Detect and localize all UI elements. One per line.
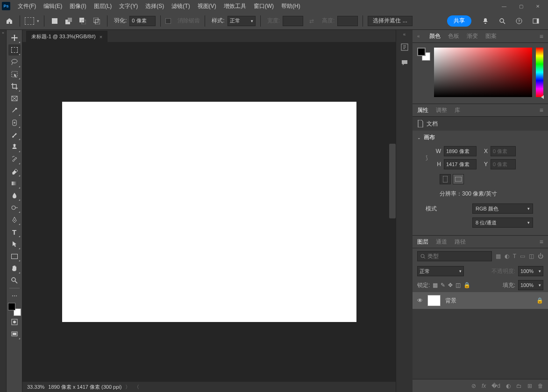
width-value-input[interactable] <box>444 146 477 156</box>
crop-tool[interactable] <box>8 81 21 92</box>
eyedropper-tool[interactable] <box>8 105 21 116</box>
selection-add-icon[interactable] <box>63 15 74 27</box>
fx-icon[interactable]: fx <box>482 383 486 389</box>
brush-tool[interactable] <box>8 129 21 140</box>
history-brush-tool[interactable] <box>8 154 21 165</box>
tab-adjustments[interactable]: 调整 <box>436 106 447 114</box>
frame-tool[interactable] <box>8 93 21 104</box>
lock-paint-icon[interactable]: ✎ <box>441 282 445 288</box>
filter-adjust-icon[interactable]: ◐ <box>505 253 509 259</box>
new-layer-icon[interactable]: ⊞ <box>527 383 532 389</box>
opacity-input[interactable]: 100%▾ <box>518 266 543 276</box>
hand-tool[interactable] <box>8 263 21 274</box>
tab-channels[interactable]: 通道 <box>436 238 447 246</box>
color-fg-bg[interactable] <box>417 48 430 61</box>
tab-paths[interactable]: 路径 <box>455 238 466 246</box>
eraser-tool[interactable] <box>8 166 21 177</box>
selection-intersect-icon[interactable] <box>91 15 102 27</box>
status-chevron-icon[interactable]: 〉 <box>125 384 130 391</box>
tab-properties[interactable]: 属性 <box>417 106 428 114</box>
fill-input[interactable]: 100%▾ <box>518 280 543 290</box>
share-button[interactable]: 共享 <box>447 15 471 27</box>
screenmode-toggle[interactable] <box>8 329 21 340</box>
link-layers-icon[interactable]: ⊘ <box>471 383 476 389</box>
status-chevron-icon[interactable]: 〈 <box>134 384 139 391</box>
toolbox-collapse[interactable]: » <box>0 30 7 392</box>
maximize-button[interactable]: ▢ <box>512 2 529 10</box>
menu-layer[interactable]: 图层(L) <box>90 0 116 12</box>
marquee-tool-indicator[interactable] <box>25 17 34 25</box>
gradient-tool[interactable] <box>8 178 21 189</box>
layer-row[interactable]: 👁 背景 🔒 <box>413 292 548 309</box>
layer-name[interactable]: 背景 <box>445 297 456 305</box>
portrait-button[interactable] <box>440 174 451 184</box>
menu-image[interactable]: 图像(I) <box>66 0 90 12</box>
menu-view[interactable]: 视图(V) <box>194 0 220 12</box>
collapse-icon[interactable]: « <box>403 32 406 37</box>
lock-icon[interactable]: 🔒 <box>536 297 543 304</box>
style-select[interactable]: 正常▾ <box>228 16 256 26</box>
canvas-section-toggle[interactable]: ⌄ 画布 <box>413 131 548 144</box>
panel-menu-icon[interactable]: ≡ <box>540 106 543 114</box>
visibility-toggle-icon[interactable]: 👁 <box>417 297 423 304</box>
doc-dimensions[interactable]: 1890 像素 x 1417 像素 (300 ppi) <box>48 384 121 391</box>
pen-tool[interactable] <box>8 214 21 225</box>
layer-kind-filter[interactable]: 类型 <box>417 251 492 261</box>
color-mode-select[interactable]: RGB 颜色▾ <box>472 203 533 214</box>
menu-window[interactable]: 窗口(W) <box>250 0 278 12</box>
object-select-tool[interactable] <box>8 69 21 80</box>
lock-nest-icon[interactable]: ◫ <box>455 282 461 288</box>
filter-type-icon[interactable]: T <box>513 253 516 259</box>
menu-plugins[interactable]: 增效工具 <box>220 0 250 12</box>
delete-layer-icon[interactable]: 🗑 <box>538 383 543 389</box>
filter-shape-icon[interactable]: ▭ <box>520 253 525 259</box>
type-tool[interactable]: T <box>8 226 21 238</box>
marquee-tool[interactable] <box>8 44 21 56</box>
tab-color[interactable]: 颜色 <box>429 32 441 40</box>
filter-pixel-icon[interactable]: ▦ <box>496 253 501 259</box>
quickmask-toggle[interactable] <box>8 316 21 328</box>
menu-filter[interactable]: 滤镜(T) <box>168 0 193 12</box>
lock-pos-icon[interactable]: ✥ <box>448 282 453 288</box>
close-tab-icon[interactable]: × <box>100 34 102 40</box>
hue-slider[interactable] <box>536 48 543 97</box>
tab-gradients[interactable]: 渐变 <box>467 32 478 40</box>
feather-input[interactable] <box>129 16 156 26</box>
chevron-down-icon[interactable]: ▾ <box>37 19 39 23</box>
tab-swatches[interactable]: 色板 <box>448 32 459 40</box>
document-tab[interactable]: 未标题-1 @ 33.3%(RGB/8#) × <box>26 31 107 42</box>
healing-tool[interactable] <box>8 117 21 128</box>
layer-thumbnail[interactable] <box>427 295 441 306</box>
close-button[interactable]: ✕ <box>529 2 546 10</box>
tab-libraries[interactable]: 库 <box>455 106 460 114</box>
tab-patterns[interactable]: 图案 <box>485 32 497 40</box>
path-select-tool[interactable] <box>8 238 21 250</box>
bell-icon[interactable] <box>480 15 491 27</box>
zoom-tool[interactable] <box>8 275 21 286</box>
lock-all-icon[interactable]: 🔒 <box>463 282 470 288</box>
adjustment-layer-icon[interactable]: ◐ <box>506 383 511 389</box>
edit-toolbar[interactable]: ⋯ <box>8 290 21 301</box>
blur-tool[interactable] <box>8 190 21 201</box>
select-and-mask-button[interactable]: 选择并遮住 ... <box>368 16 412 26</box>
search-icon[interactable] <box>497 15 508 27</box>
tab-layers[interactable]: 图层 <box>417 238 428 246</box>
height-value-input[interactable] <box>444 159 477 169</box>
selection-new-icon[interactable] <box>49 15 60 27</box>
learn-panel-icon[interactable] <box>399 42 410 53</box>
menu-select[interactable]: 选择(S) <box>142 0 168 12</box>
workspace-icon[interactable] <box>530 15 541 27</box>
home-button[interactable] <box>4 15 15 27</box>
move-tool[interactable] <box>8 32 21 43</box>
zoom-level[interactable]: 33.33% <box>27 384 44 390</box>
menu-help[interactable]: 帮助(H) <box>278 0 304 12</box>
bit-depth-select[interactable]: 8 位/通道▾ <box>472 217 533 228</box>
minimize-button[interactable]: — <box>496 2 512 10</box>
panel-menu-icon[interactable]: ≡ <box>540 33 543 40</box>
filter-smart-icon[interactable]: ◫ <box>529 253 534 259</box>
clone-stamp-tool[interactable] <box>8 141 21 153</box>
vertical-scrollbar[interactable] <box>389 144 396 218</box>
panel-menu-icon[interactable]: ≡ <box>540 238 543 245</box>
fg-bg-color[interactable] <box>8 303 21 316</box>
link-wh-icon[interactable]: ⟆ <box>426 154 428 161</box>
